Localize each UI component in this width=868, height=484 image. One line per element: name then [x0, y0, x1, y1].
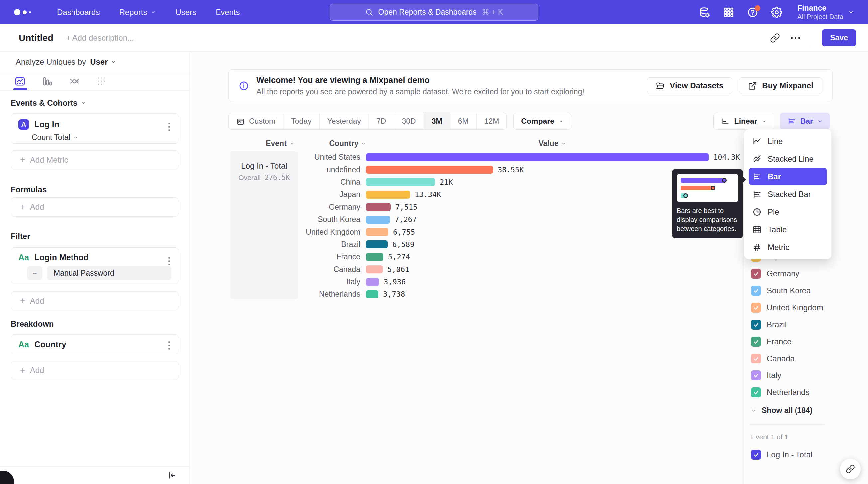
range-yesterday[interactable]: Yesterday [319, 113, 369, 130]
legend-item-south-korea[interactable]: South Korea [744, 286, 868, 295]
show-all-button[interactable]: Show all (184) [744, 406, 868, 415]
chart-row-japan: Japan 13.34K [230, 189, 743, 201]
bar-france[interactable] [366, 253, 383, 261]
nav-item-events[interactable]: Events [216, 8, 240, 17]
range-3m[interactable]: 3M [424, 113, 450, 130]
demo-banner: Welcome! You are viewing a Mixpanel demo… [228, 69, 833, 102]
compare-button[interactable]: Compare [514, 113, 571, 130]
range-today[interactable]: Today [283, 113, 319, 130]
kebab-menu-icon[interactable] [167, 340, 171, 351]
bar-japan[interactable] [366, 191, 410, 199]
scale-dropdown[interactable]: Linear [713, 113, 774, 130]
tab-funnels[interactable] [40, 75, 54, 88]
add-breakdown-button[interactable]: + Add [11, 361, 179, 380]
help-icon[interactable] [747, 7, 758, 18]
bar-brazil[interactable] [366, 240, 388, 248]
checkbox-checked[interactable] [751, 388, 761, 397]
project-switcher[interactable]: Finance All Project Data [798, 4, 854, 21]
tab-flows[interactable] [68, 75, 81, 88]
aggregation-dropdown[interactable]: Count Total [32, 133, 171, 142]
checkbox-checked[interactable] [751, 337, 761, 346]
data-management-icon[interactable] [699, 7, 710, 18]
menu-item-line[interactable]: Line [744, 133, 831, 150]
description-placeholder[interactable]: + Add description... [66, 33, 134, 42]
tab-insights[interactable] [13, 75, 27, 88]
filter-card-login-method[interactable]: Aa Login Method = Manual Password [11, 247, 179, 284]
checkbox-checked[interactable] [751, 450, 761, 460]
add-filter-button[interactable]: + Add [11, 291, 179, 310]
checkbox-checked[interactable] [751, 370, 761, 380]
chevron-down-icon[interactable] [81, 101, 86, 106]
column-header-event[interactable]: Event [266, 139, 294, 148]
column-header-country[interactable]: Country [329, 139, 366, 148]
search-input[interactable]: Open Reports & Dashboards ⌘ + K [330, 4, 538, 21]
checkbox-checked[interactable] [751, 268, 761, 279]
bar-south-korea[interactable] [366, 216, 390, 224]
share-link-fab[interactable] [840, 459, 861, 479]
range-7d[interactable]: 7D [369, 113, 394, 130]
bar-netherlands[interactable] [366, 290, 378, 298]
bar-canada[interactable] [366, 265, 383, 273]
legend-item-germany[interactable]: Germany [744, 268, 868, 279]
nav-item-dashboards[interactable]: Dashboards [57, 8, 100, 17]
property-type-badge: Aa [18, 253, 29, 262]
bar-united-kingdom[interactable] [366, 228, 389, 236]
legend-item-brazil[interactable]: Brazil [744, 319, 868, 330]
menu-item-stacked-bar[interactable]: Stacked Bar [744, 186, 831, 203]
checkbox-checked[interactable] [751, 353, 761, 364]
legend-item-netherlands[interactable]: Netherlands [744, 388, 868, 397]
breakdown-property-name[interactable]: Country [34, 340, 66, 349]
checkbox-checked[interactable] [751, 286, 761, 295]
mixpanel-logo-icon[interactable] [14, 9, 31, 15]
kebab-menu-icon[interactable] [167, 121, 171, 133]
report-title[interactable]: Untitled [19, 33, 53, 43]
filter-operator-chip[interactable]: = [27, 266, 42, 280]
legend-item-italy[interactable]: Italy [744, 370, 868, 380]
metric-card-log-in[interactable]: A Log In Count Total [11, 113, 179, 144]
breakdown-card-country[interactable]: Aa Country [11, 334, 179, 354]
range-12m[interactable]: 12M [476, 113, 507, 130]
kebab-menu-icon[interactable] [167, 256, 171, 267]
bar-italy[interactable] [366, 278, 379, 286]
copy-link-icon[interactable] [770, 33, 780, 43]
legend-item-france[interactable]: France [744, 337, 868, 346]
filter-property-name[interactable]: Login Method [34, 253, 89, 262]
more-options-icon[interactable] [790, 33, 801, 43]
view-datasets-button[interactable]: View Datasets [647, 77, 732, 94]
menu-item-stacked-line[interactable]: Stacked Line [744, 150, 831, 168]
bar-united-states[interactable] [366, 153, 709, 162]
column-header-value[interactable]: Value [538, 139, 566, 148]
legend-item-united-kingdom[interactable]: United Kingdom [744, 303, 868, 313]
menu-item-pie[interactable]: Pie [744, 203, 831, 221]
range-6m[interactable]: 6M [450, 113, 476, 130]
bar-undefined[interactable] [366, 166, 493, 174]
nav-item-reports[interactable]: Reports [119, 8, 156, 17]
event-name[interactable]: Log In [34, 120, 59, 130]
menu-item-metric[interactable]: Metric [744, 238, 831, 256]
nav-item-users[interactable]: Users [175, 8, 196, 17]
range-30d[interactable]: 30D [394, 113, 424, 130]
filter-value-field[interactable]: Manual Password [47, 266, 171, 280]
tab-retention[interactable] [95, 75, 108, 88]
checkbox-checked[interactable] [751, 303, 761, 313]
checkbox-checked[interactable] [751, 319, 761, 330]
chart-row-united-kingdom: United Kingdom 6,755 [230, 226, 743, 238]
settings-gear-icon[interactable] [771, 7, 782, 18]
legend-item-canada[interactable]: Canada [744, 353, 868, 364]
collapse-sidebar-icon[interactable] [167, 471, 176, 480]
apps-grid-icon[interactable] [723, 7, 734, 18]
analyze-entity-dropdown[interactable]: User [90, 57, 116, 66]
add-formula-button[interactable]: + Add [11, 197, 179, 217]
legend-event-item[interactable]: Log In - Total [751, 450, 868, 460]
chart-row-canada: Canada 5,061 [230, 263, 743, 276]
bar-china[interactable] [366, 178, 435, 186]
bar-germany[interactable] [366, 203, 391, 211]
buy-mixpanel-button[interactable]: Buy Mixpanel [739, 77, 823, 94]
menu-item-table[interactable]: Table [744, 221, 831, 238]
add-metric-button[interactable]: + Add Metric [11, 150, 179, 169]
range-custom[interactable]: Custom [229, 113, 283, 130]
menu-item-bar[interactable]: Bar [749, 168, 827, 186]
save-button[interactable]: Save [822, 29, 856, 46]
chart-type-dropdown[interactable]: Bar [779, 113, 830, 130]
report-type-tabs [0, 72, 190, 90]
